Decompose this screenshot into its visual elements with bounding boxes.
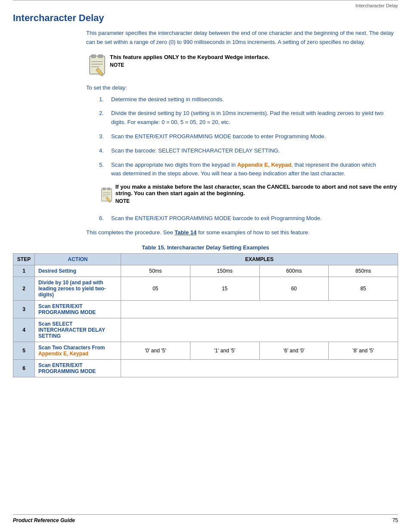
th-action: ACTION (35, 253, 121, 265)
completes-paragraph: This completes the procedure. See Table … (86, 228, 398, 237)
table-row: 1Desired Setting50ms150ms600ms850ms (13, 265, 398, 277)
step-5: 5. Scan the appropriate two digits from … (99, 161, 385, 179)
step-5-link[interactable]: Appendix E, Keypad (237, 162, 292, 168)
step-6: 6. Scan the ENTER/EXIT PROGRAMMING MODE … (99, 214, 385, 223)
footer-right: 75 (392, 517, 398, 523)
section-title: Intercharacter Delay (13, 12, 398, 24)
cell-action-link-4[interactable]: Appendix E, Keypad (38, 351, 88, 357)
cell-step-0: 1 (13, 265, 35, 277)
cell-action-2: Scan ENTER/EXIT PROGRAMMING MODE (35, 300, 121, 318)
cell-action-0: Desired Setting (35, 265, 121, 277)
note-2-text: If you make a mistake before the last ch… (115, 184, 398, 196)
footer-left: Product Reference Guide (13, 517, 75, 523)
cell-action-3: Scan SELECT INTERCHARACTER DELAY SETTING (35, 318, 121, 342)
steps-list-2: 6. Scan the ENTER/EXIT PROGRAMMING MODE … (99, 214, 385, 223)
cell-step-5: 6 (13, 359, 35, 377)
cell-example-1-2: 60 (259, 277, 329, 300)
cell-action-4: Scan Two Characters From Appendix E, Key… (35, 342, 121, 359)
step-3: 3. Scan the ENTER/EXIT PROGRAMMING MODE … (99, 132, 385, 141)
content-area: Intercharacter Delay This parameter spec… (0, 12, 411, 377)
cell-example-4-2: '6' and '0' (259, 342, 329, 359)
step-6-num: 6. (99, 214, 111, 223)
table-header-row: STEP ACTION EXAMPLES (13, 253, 398, 265)
header-rule: Intercharacter Delay (13, 0, 398, 8)
table-row: 5Scan Two Characters From Appendix E, Ke… (13, 342, 398, 359)
note-box-1: This feature applies ONLY to the Keyboar… (86, 54, 398, 78)
table-row: 4Scan SELECT INTERCHARACTER DELAY SETTIN… (13, 318, 398, 342)
note-2-label: NOTE (115, 198, 398, 204)
table-row: 3Scan ENTER/EXIT PROGRAMMING MODE (13, 300, 398, 318)
cell-example-0-3: 850ms (329, 265, 398, 277)
step-4: 4. Scan the barcode: SELECT INTERCHARACT… (99, 146, 385, 156)
step-1-text: Determine the desired setting in millise… (111, 95, 385, 104)
intro-text: This parameter specifies the intercharac… (86, 29, 398, 47)
page-footer: Product Reference Guide 75 (13, 514, 398, 523)
note-2-content: If you make a mistake before the last ch… (115, 184, 398, 204)
step-5-num: 5. (99, 161, 111, 170)
note-icon-2 (99, 184, 115, 207)
cell-action-5: Scan ENTER/EXIT PROGRAMMING MODE (35, 359, 121, 377)
cell-step-1: 2 (13, 277, 35, 300)
cell-step-2: 3 (13, 300, 35, 318)
cell-example-4-1: '1' and '5' (190, 342, 259, 359)
table-row: 2Divide by 10 (and pad with leading zero… (13, 277, 398, 300)
step-1: 1. Determine the desired setting in mill… (99, 95, 385, 104)
cell-example-0-1: 150ms (190, 265, 259, 277)
step-2: 2. Divide the desired setting by 10 (set… (99, 109, 385, 127)
svg-rect-1 (91, 55, 96, 58)
step-6-text: Scan the ENTER/EXIT PROGRAMMING MODE bar… (111, 214, 385, 223)
cell-example-1-1: 15 (190, 277, 259, 300)
delay-table: STEP ACTION EXAMPLES 1Desired Setting50m… (13, 253, 398, 377)
table-row: 6Scan ENTER/EXIT PROGRAMMING MODE (13, 359, 398, 377)
cell-example-0-2: 600ms (259, 265, 329, 277)
step-5-text: Scan the appropriate two digits from the… (111, 161, 385, 179)
step-1-num: 1. (99, 95, 111, 104)
step-2-num: 2. (99, 109, 111, 118)
cell-action-1: Divide by 10 (and pad with leading zeroe… (35, 277, 121, 300)
step-3-num: 3. (99, 132, 111, 141)
step-3-text: Scan the ENTER/EXIT PROGRAMMING MODE bar… (111, 132, 385, 141)
set-delay-label: To set the delay: (86, 84, 398, 91)
cell-example-0-0: 50ms (121, 265, 190, 277)
cell-span-3 (121, 318, 398, 342)
note-1-label: NOTE (110, 62, 269, 68)
cell-example-4-0: '0' and '5' (121, 342, 190, 359)
cell-example-1-0: 05 (121, 277, 190, 300)
page: Intercharacter Delay Intercharacter Dela… (0, 0, 411, 532)
table-title: Table 15. Intercharacter Delay Setting E… (13, 244, 398, 251)
cell-step-3: 4 (13, 318, 35, 342)
svg-rect-2 (98, 55, 103, 58)
note-box-2: If you make a mistake before the last ch… (99, 184, 398, 207)
step-4-num: 4. (99, 146, 111, 156)
steps-list: 1. Determine the desired setting in mill… (99, 95, 385, 179)
step-2-text: Divide the desired setting by 10 (settin… (111, 109, 385, 127)
note-1-content: This feature applies ONLY to the Keyboar… (110, 54, 269, 68)
cell-example-1-3: 85 (329, 277, 398, 300)
th-examples: EXAMPLES (121, 253, 398, 265)
cell-step-4: 5 (13, 342, 35, 359)
note-icon-1 (86, 54, 110, 78)
completes-link[interactable]: Table 14 (174, 229, 196, 236)
cell-example-4-3: '8' and '5' (329, 342, 398, 359)
svg-rect-9 (103, 188, 106, 190)
cell-span-5 (121, 359, 398, 377)
note-1-text: This feature applies ONLY to the Keyboar… (110, 54, 269, 60)
completes-text-before: This completes the procedure. See (86, 229, 174, 236)
svg-rect-10 (107, 188, 110, 190)
cell-span-2 (121, 300, 398, 318)
step-4-text: Scan the barcode: SELECT INTERCHARACTER … (111, 146, 385, 156)
completes-text-after: for some examples of how to set this fea… (196, 229, 309, 236)
header-label: Intercharacter Delay (355, 3, 398, 8)
th-step: STEP (13, 253, 35, 265)
